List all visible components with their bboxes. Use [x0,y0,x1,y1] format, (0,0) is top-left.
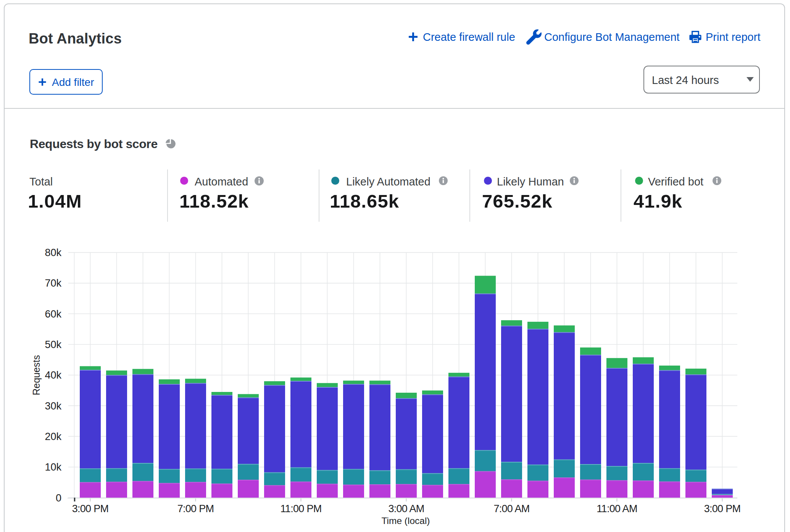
svg-text:20k: 20k [45,431,61,442]
svg-text:80k: 80k [45,247,61,258]
svg-text:10k: 10k [45,461,61,473]
svg-text:3:00 PM: 3:00 PM [704,503,741,514]
svg-text:11:00 PM: 11:00 PM [281,503,322,514]
svg-text:70k: 70k [45,277,61,289]
svg-text:7:00 PM: 7:00 PM [177,503,214,514]
svg-text:30k: 30k [45,400,61,412]
svg-text:0: 0 [56,492,61,504]
svg-text:40k: 40k [45,369,61,381]
svg-text:Time (local): Time (local) [381,516,430,526]
svg-text:3:00 PM: 3:00 PM [72,503,109,514]
svg-text:Requests: Requests [31,355,42,395]
svg-text:60k: 60k [45,308,61,320]
svg-text:50k: 50k [45,339,61,350]
svg-text:11:00 AM: 11:00 AM [597,503,637,514]
svg-text:3:00 AM: 3:00 AM [388,503,424,514]
svg-text:7:00 AM: 7:00 AM [493,503,529,514]
